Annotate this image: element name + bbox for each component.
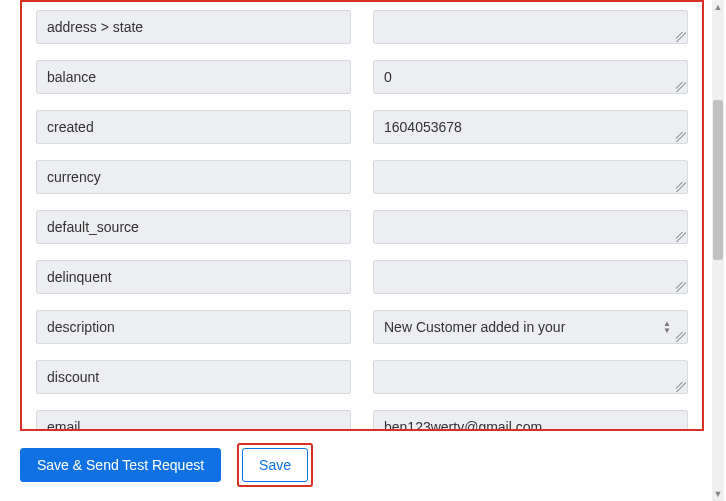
save-button[interactable]: Save — [242, 448, 308, 482]
field-key[interactable]: email — [36, 410, 351, 431]
field-value[interactable] — [373, 410, 688, 431]
field-value[interactable] — [373, 60, 688, 94]
scroll-up-arrow[interactable]: ▲ — [710, 0, 726, 14]
field-row-default-source: default_source — [22, 202, 702, 252]
field-key[interactable]: description — [36, 310, 351, 344]
field-mapping-panel: address > statebalancecreatedcurrencydef… — [20, 0, 704, 431]
field-key[interactable]: currency — [36, 160, 351, 194]
field-row-currency: currency — [22, 152, 702, 202]
scrollbar-thumb[interactable] — [713, 100, 723, 260]
field-key[interactable]: balance — [36, 60, 351, 94]
field-row-created: created — [22, 102, 702, 152]
field-row-address-state: address > state — [22, 2, 702, 52]
field-key[interactable]: address > state — [36, 10, 351, 44]
field-row-balance: balance — [22, 52, 702, 102]
field-value[interactable] — [373, 210, 688, 244]
field-row-discount: discount — [22, 352, 702, 402]
field-value[interactable] — [373, 310, 688, 344]
field-key[interactable]: discount — [36, 360, 351, 394]
field-value[interactable] — [373, 360, 688, 394]
field-row-email: email — [22, 402, 702, 431]
field-value[interactable] — [373, 110, 688, 144]
field-key[interactable]: created — [36, 110, 351, 144]
field-value[interactable] — [373, 10, 688, 44]
action-button-row: Save & Send Test Request Save — [20, 443, 704, 501]
field-row-description: description▲▼ — [22, 302, 702, 352]
field-value[interactable] — [373, 160, 688, 194]
field-row-delinquent: delinquent — [22, 252, 702, 302]
field-key[interactable]: default_source — [36, 210, 351, 244]
vertical-scrollbar[interactable]: ▲ ▼ — [710, 0, 726, 501]
scroll-down-arrow[interactable]: ▼ — [710, 487, 726, 501]
field-key[interactable]: delinquent — [36, 260, 351, 294]
save-and-send-test-request-button[interactable]: Save & Send Test Request — [20, 448, 221, 482]
field-value[interactable] — [373, 260, 688, 294]
save-button-highlight: Save — [237, 443, 313, 487]
